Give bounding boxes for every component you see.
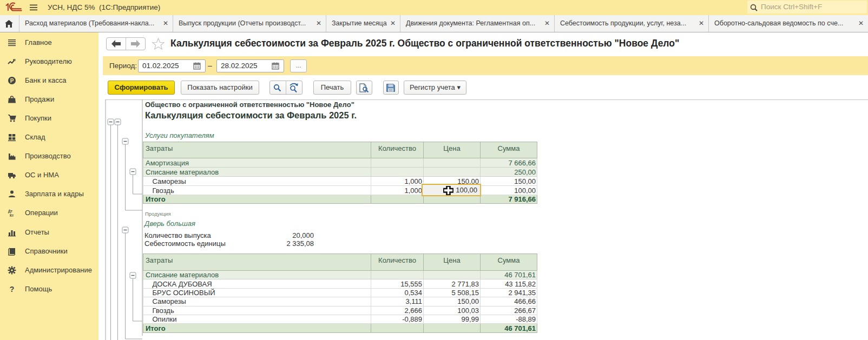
svg-text:Кт: Кт xyxy=(10,214,14,217)
svg-text:P: P xyxy=(10,77,14,83)
svg-text:?: ? xyxy=(10,285,15,294)
